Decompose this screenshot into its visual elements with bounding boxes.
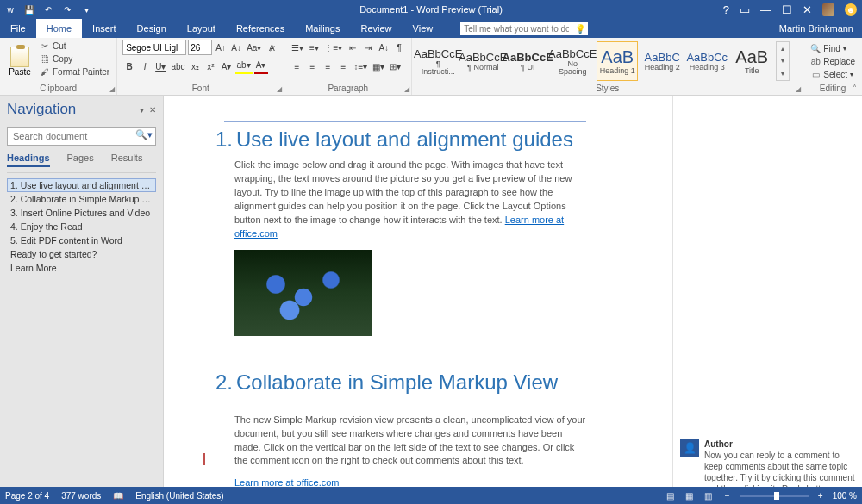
zoom-in-icon[interactable]: + — [814, 489, 828, 501]
nav-item[interactable]: 4. Enjoy the Read — [7, 220, 156, 233]
replace-button[interactable]: abReplace — [809, 55, 857, 67]
copy-button[interactable]: ⿻Copy — [38, 53, 111, 65]
text-effects-icon[interactable]: A▾ — [220, 59, 234, 74]
style-box[interactable]: AaBbCcENo Spacing — [552, 41, 593, 81]
close-icon[interactable]: ✕ — [803, 3, 812, 16]
shading-icon[interactable]: ▦▾ — [371, 59, 386, 74]
ribbon-options-icon[interactable]: ▭ — [740, 3, 750, 16]
sort-icon[interactable]: A↓ — [377, 40, 390, 55]
tab-layout[interactable]: Layout — [177, 19, 226, 38]
save-icon[interactable]: 💾 — [24, 4, 34, 15]
sample-image[interactable] — [234, 250, 372, 336]
document-area[interactable]: 1. Use live layout and alignment guides … — [164, 96, 862, 487]
styles-more-icon[interactable]: ▴▾▾ — [776, 41, 790, 81]
font-dialog-launcher[interactable]: ◢ — [277, 85, 282, 93]
signed-in-user[interactable]: Martin Brinkmann — [779, 19, 862, 38]
tab-home[interactable]: Home — [36, 19, 82, 38]
italic-button[interactable]: I — [138, 59, 152, 74]
superscript-button[interactable]: x² — [204, 59, 218, 74]
style-box[interactable]: AaBTitle — [731, 41, 772, 81]
style-box[interactable]: AaBbCcHeading 3 — [686, 41, 728, 81]
learn-more-link-2[interactable]: Learn more at office.com — [234, 477, 339, 487]
nav-tab-headings[interactable]: Headings — [7, 152, 50, 167]
decrease-indent-icon[interactable]: ⇤ — [346, 40, 359, 55]
print-layout-icon[interactable]: ▦ — [683, 489, 696, 501]
increase-font-icon[interactable]: A↑ — [214, 40, 228, 55]
nav-tab-pages[interactable]: Pages — [67, 152, 94, 167]
select-button[interactable]: ▭Select▾ — [809, 68, 857, 80]
tab-references[interactable]: References — [226, 19, 295, 38]
underline-button[interactable]: U▾ — [153, 59, 167, 74]
highlight-icon[interactable]: ab▾ — [235, 59, 253, 74]
line-spacing-icon[interactable]: ↕≡▾ — [352, 59, 369, 74]
undo-icon[interactable]: ↶ — [43, 4, 53, 15]
tab-insert[interactable]: Insert — [82, 19, 127, 38]
find-button[interactable]: 🔍Find▾ — [809, 42, 857, 54]
font-name-input[interactable] — [122, 40, 186, 55]
clipboard-dialog-launcher[interactable]: ◢ — [109, 85, 115, 93]
style-box[interactable]: AaBbCcE¶ Normal — [462, 41, 503, 81]
nav-tab-results[interactable]: Results — [111, 152, 143, 167]
word-count[interactable]: 377 words — [61, 491, 101, 501]
tab-file[interactable]: File — [0, 19, 36, 38]
paste-button[interactable]: Paste — [5, 40, 34, 83]
tab-review[interactable]: Review — [351, 19, 403, 38]
nav-item[interactable]: Ready to get started? — [7, 247, 156, 261]
read-mode-icon[interactable]: ▤ — [664, 489, 678, 501]
nav-close-icon[interactable]: ✕ — [149, 105, 156, 115]
language-status[interactable]: English (United States) — [135, 491, 223, 501]
zoom-slider[interactable] — [740, 495, 809, 497]
redo-icon[interactable]: ↷ — [62, 4, 72, 15]
maximize-icon[interactable]: ☐ — [782, 3, 792, 16]
collapse-ribbon-icon[interactable]: ˄ — [853, 84, 857, 93]
qat-customize-icon[interactable]: ▾ — [81, 4, 91, 15]
feedback-icon[interactable]: ☻ — [845, 3, 857, 16]
decrease-font-icon[interactable]: A↓ — [229, 40, 243, 55]
heading-2[interactable]: 2. Collaborate in Simple Markup View — [216, 370, 621, 395]
font-color-icon[interactable]: A▾ — [254, 59, 268, 74]
tab-design[interactable]: Design — [127, 19, 177, 38]
subscript-button[interactable]: x₂ — [189, 59, 203, 74]
nav-item[interactable]: Learn More — [7, 261, 156, 275]
bold-button[interactable]: B — [122, 59, 136, 74]
change-case-icon[interactable]: Aa▾ — [245, 40, 263, 55]
align-right-icon[interactable]: ≡ — [321, 59, 334, 74]
numbering-icon[interactable]: ≡▾ — [307, 40, 321, 55]
align-center-icon[interactable]: ≡ — [305, 59, 319, 74]
format-painter-button[interactable]: 🖌Format Painter — [38, 65, 111, 78]
style-box[interactable]: AaBHeading 1 — [597, 41, 638, 81]
zoom-out-icon[interactable]: − — [721, 489, 734, 501]
web-layout-icon[interactable]: ▥ — [702, 489, 715, 501]
nav-item[interactable]: 5. Edit PDF content in Word — [7, 233, 156, 247]
nav-dropdown-icon[interactable]: ▾ — [140, 105, 144, 115]
nav-item[interactable]: 3. Insert Online Pictures and Video — [7, 206, 156, 220]
spellcheck-icon[interactable]: 📖 — [113, 491, 123, 501]
page[interactable]: 1. Use live layout and alignment guides … — [164, 96, 672, 487]
page-status[interactable]: Page 2 of 4 — [5, 491, 49, 501]
nav-item[interactable]: 1. Use live layout and alignment gui... — [7, 178, 156, 192]
font-size-input[interactable] — [188, 40, 212, 55]
style-box[interactable]: AaBbCHeading 2 — [641, 41, 683, 81]
paragraph-dialog-launcher[interactable]: ◢ — [404, 85, 409, 93]
search-input[interactable] — [7, 127, 156, 146]
help-icon[interactable]: ? — [723, 3, 729, 16]
clear-format-icon[interactable]: A̷ — [265, 40, 278, 55]
zoom-level[interactable]: 100 % — [833, 491, 857, 501]
justify-icon[interactable]: ≡ — [336, 59, 350, 74]
section-1-body[interactable]: Click the image below and drag it around… — [234, 159, 588, 241]
bullets-icon[interactable]: ☰▾ — [290, 40, 305, 55]
heading-1[interactable]: 1. Use live layout and alignment guides — [216, 128, 621, 152]
increase-indent-icon[interactable]: ⇥ — [361, 40, 375, 55]
show-marks-icon[interactable]: ¶ — [392, 40, 406, 55]
minimize-icon[interactable]: — — [760, 3, 771, 16]
styles-dialog-launcher[interactable]: ◢ — [796, 85, 801, 93]
strikethrough-button[interactable]: abc — [169, 59, 186, 74]
cut-button[interactable]: ✂Cut — [38, 40, 111, 52]
section-2-body[interactable]: The new Simple Markup revision view pres… — [234, 414, 588, 469]
multilevel-icon[interactable]: ⋮≡▾ — [322, 40, 344, 55]
style-box[interactable]: AaBbCcE¶ Instructi... — [417, 41, 459, 81]
search-icon[interactable]: 🔍▾ — [135, 129, 153, 140]
tell-me-input[interactable] — [460, 22, 572, 35]
style-box[interactable]: AaBbCcE¶ UI — [507, 41, 548, 81]
tab-view[interactable]: View — [403, 19, 444, 38]
